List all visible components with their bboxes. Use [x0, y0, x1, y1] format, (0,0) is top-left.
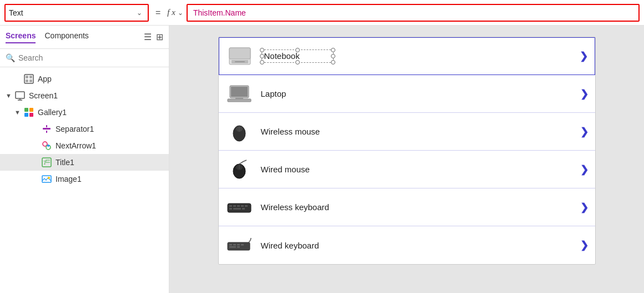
- svg-rect-45: [233, 208, 241, 210]
- laptop-label: Laptop: [261, 89, 580, 98]
- gallery-item-laptop[interactable]: Laptop ❯: [219, 75, 595, 113]
- fx-chevron[interactable]: ⌄: [178, 9, 183, 17]
- gallery-item-wireless-keyboard[interactable]: Wireless keyboard ❯: [219, 188, 595, 226]
- wireless-keyboard-chevron[interactable]: ❯: [580, 201, 588, 213]
- gallery1-icon: [23, 107, 34, 118]
- wired-keyboard-image: [225, 232, 253, 258]
- handle-top-right[interactable]: [331, 48, 335, 52]
- svg-rect-40: [233, 205, 236, 207]
- laptop-image: [225, 81, 253, 107]
- app-icon: [23, 73, 34, 85]
- fx-selector[interactable]: f x ⌄: [167, 8, 183, 17]
- handle-bottom-left[interactable]: [260, 60, 264, 64]
- property-chevron[interactable]: ⌄: [134, 9, 144, 17]
- formula-bar[interactable]: ThisItem.Name: [187, 4, 640, 22]
- svg-rect-41: [237, 205, 240, 207]
- main-content: Screens Components ☰ ⊞ 🔍 App ▼: [0, 26, 644, 293]
- sidebar: Screens Components ☰ ⊞ 🔍 App ▼: [0, 26, 169, 293]
- gallery1-chevron: ▼: [14, 109, 21, 116]
- handle-mid-left[interactable]: [260, 54, 264, 58]
- notebook-text-container: Notebook: [261, 49, 580, 63]
- screen1-icon: [14, 90, 26, 101]
- tree-item-screen1[interactable]: ▼ Screen1: [0, 87, 169, 104]
- image1-label: Image1: [56, 175, 82, 183]
- svg-rect-39: [229, 205, 232, 207]
- handle-mid-right[interactable]: [331, 54, 335, 58]
- tree-item-nextarrow1[interactable]: NextArrow1: [0, 137, 169, 154]
- notebook-chevron[interactable]: ❯: [580, 50, 588, 62]
- screen1-label: Screen1: [29, 91, 58, 100]
- sidebar-tab-icons: ☰ ⊞: [144, 32, 163, 42]
- separator1-icon: [41, 123, 52, 135]
- gallery1-label: Gallery1: [38, 108, 67, 117]
- handle-bottom-mid[interactable]: [295, 60, 300, 64]
- svg-rect-48: [229, 244, 232, 246]
- sidebar-tabs: Screens Components ☰ ⊞: [0, 26, 169, 49]
- grid-view-icon[interactable]: ⊞: [156, 32, 163, 42]
- svg-rect-5: [16, 92, 24, 98]
- notebook-title-selected[interactable]: Notebook: [261, 49, 334, 63]
- tree-item-gallery1[interactable]: ▼ Gallery1: [0, 104, 169, 121]
- gallery-item-wired-mouse[interactable]: Wired mouse ❯: [219, 151, 595, 188]
- separator1-label: Separator1: [56, 125, 94, 133]
- wireless-keyboard-label: Wireless keyboard: [261, 202, 580, 212]
- notebook-image: [226, 43, 254, 69]
- fx-label: f x: [167, 8, 175, 17]
- tree-item-title1[interactable]: T Title1: [0, 154, 169, 171]
- wired-mouse-label: Wired mouse: [261, 165, 580, 174]
- handle-bottom-right[interactable]: [331, 60, 335, 64]
- svg-rect-52: [229, 246, 236, 248]
- equals-sign: =: [152, 8, 164, 18]
- gallery-item-wired-keyboard[interactable]: Wired keyboard ❯: [219, 226, 595, 264]
- tree-item-app[interactable]: App: [0, 71, 169, 87]
- svg-rect-8: [24, 108, 28, 112]
- svg-rect-43: [245, 205, 248, 207]
- svg-rect-31: [235, 98, 243, 100]
- canvas-area[interactable]: Notebook ❯: [169, 26, 644, 293]
- svg-rect-3: [26, 80, 28, 82]
- screen1-chevron: ▼: [6, 92, 12, 99]
- svg-rect-4: [29, 80, 32, 82]
- tab-screens[interactable]: Screens: [6, 31, 36, 43]
- title1-label: Title1: [56, 158, 74, 167]
- laptop-chevron[interactable]: ❯: [580, 88, 588, 100]
- handle-top-mid[interactable]: [295, 48, 300, 52]
- tab-components[interactable]: Components: [44, 31, 88, 43]
- gallery-item-notebook[interactable]: Notebook ❯: [219, 37, 595, 75]
- notebook-label-text: Notebook: [264, 51, 300, 61]
- tree-item-separator1[interactable]: Separator1: [0, 121, 169, 137]
- svg-rect-25: [229, 48, 250, 59]
- nextarrow1-label: NextArrow1: [56, 141, 96, 150]
- svg-rect-46: [242, 208, 245, 210]
- wireless-mouse-chevron[interactable]: ❯: [580, 126, 588, 138]
- wireless-keyboard-image: [225, 195, 253, 220]
- list-view-icon[interactable]: ☰: [144, 32, 152, 42]
- svg-rect-53: [237, 246, 240, 248]
- wireless-mouse-label: Wireless mouse: [261, 127, 580, 136]
- sidebar-tree: App ▼ Screen1 ▼: [0, 67, 169, 293]
- top-bar: Text ⌄ = f x ⌄ ThisItem.Name: [0, 0, 644, 26]
- svg-rect-42: [241, 205, 244, 207]
- nextarrow1-icon: [41, 140, 52, 151]
- svg-rect-12: [43, 128, 51, 130]
- svg-rect-27: [235, 61, 245, 62]
- app-label: App: [38, 75, 52, 83]
- svg-rect-50: [237, 244, 240, 246]
- wireless-mouse-image: [225, 119, 253, 145]
- svg-rect-44: [229, 208, 232, 210]
- property-selector[interactable]: Text ⌄: [4, 4, 149, 22]
- search-input[interactable]: [18, 53, 163, 62]
- svg-rect-2: [29, 76, 32, 78]
- gallery-item-wireless-mouse[interactable]: Wireless mouse ❯: [219, 113, 595, 151]
- wired-mouse-chevron[interactable]: ❯: [580, 163, 588, 176]
- wired-keyboard-chevron[interactable]: ❯: [580, 239, 588, 251]
- tree-item-image1[interactable]: Image1: [0, 171, 169, 187]
- handle-top-left[interactable]: [260, 48, 264, 52]
- image1-icon: [41, 173, 52, 185]
- svg-point-23: [48, 177, 50, 179]
- svg-rect-11: [29, 113, 33, 117]
- search-icon: 🔍: [6, 53, 15, 62]
- formula-text: ThisItem.Name: [193, 8, 246, 17]
- svg-rect-10: [24, 113, 28, 117]
- svg-rect-51: [241, 244, 244, 246]
